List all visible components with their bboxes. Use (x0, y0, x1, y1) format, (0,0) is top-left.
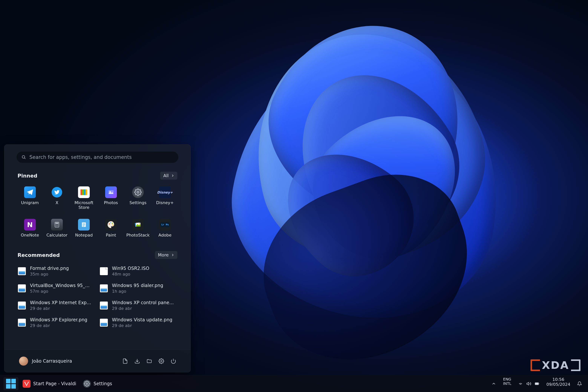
pinned-app-x[interactable]: X (43, 184, 70, 212)
notepad-icon (78, 219, 90, 230)
more-recommended-button[interactable]: More (155, 251, 177, 259)
svg-point-11 (56, 226, 57, 226)
calculator-icon (51, 219, 63, 230)
recommended-item-time: 29 de abr (30, 323, 87, 328)
start-button[interactable] (4, 377, 18, 390)
microsoft-store-icon (78, 186, 90, 198)
svg-point-8 (56, 225, 57, 225)
start-menu: Search for apps, settings, and documents… (4, 144, 191, 372)
file-icon (18, 302, 26, 310)
disney-plus-icon: Disney+ (159, 186, 171, 198)
pinned-app-onenote[interactable]: NOneNote (16, 217, 43, 239)
documents-folder-button[interactable] (120, 356, 130, 366)
clock-date[interactable]: 10:56 09/05/2024 (543, 377, 573, 390)
pinned-app-calculator[interactable]: Calculator (43, 217, 70, 239)
onenote-icon: N (24, 219, 36, 230)
user-name: João Carrasqueira (32, 358, 72, 364)
file-icon (18, 267, 26, 275)
recommended-item-name: Format drive.png (30, 266, 69, 271)
recommended-item-name: Windows XP Explorer.png (30, 317, 87, 322)
svg-point-25 (160, 360, 162, 362)
system-tray[interactable] (516, 377, 542, 390)
file-explorer-button[interactable] (144, 356, 154, 366)
pinned-app-photos[interactable]: Photos (98, 184, 124, 212)
adobe-icon: LrPs (159, 219, 171, 230)
all-apps-button[interactable]: All (160, 172, 177, 180)
svg-rect-6 (56, 223, 58, 224)
recommended-item-time: 29 de abr (112, 306, 174, 311)
svg-point-0 (22, 156, 25, 158)
svg-point-27 (86, 383, 88, 384)
start-search[interactable]: Search for apps, settings, and documents (16, 151, 178, 163)
svg-point-19 (112, 223, 113, 224)
recommended-item-time: 29 de abr (112, 323, 172, 328)
power-button[interactable] (168, 356, 178, 366)
svg-point-17 (109, 224, 110, 225)
paint-icon (105, 219, 117, 230)
taskbar: Start Page - Vivaldi Settings ENG INTL 1… (0, 375, 588, 392)
file-icon (100, 302, 108, 310)
pinned-section: Pinned All Unigram X Microsoft Store Pho… (16, 172, 178, 247)
recommended-item-name: Windows XP Internet Explorer.png (30, 300, 92, 305)
volume-icon (526, 381, 531, 386)
recommended-item-time: 1h ago (112, 289, 163, 294)
pinned-app-photostack[interactable]: PhotoStack (124, 217, 151, 239)
settings-button[interactable] (156, 356, 166, 366)
pinned-app-paint[interactable]: Paint (98, 217, 124, 239)
downloads-folder-button[interactable] (132, 356, 142, 366)
battery-icon (535, 381, 540, 386)
recommended-item[interactable]: Win95 OSR2.ISO48m ago (98, 264, 178, 278)
svg-rect-32 (536, 383, 538, 384)
recommended-item[interactable]: VirtualBox_Windows 95_09_05_202...57m ag… (16, 281, 96, 296)
chevron-right-icon (171, 174, 174, 177)
windows-logo-icon (6, 379, 16, 388)
recommended-section: Recommended More Format drive.png35m ago… (16, 251, 178, 330)
taskbar-app-vivaldi[interactable]: Start Page - Vivaldi (20, 377, 79, 390)
pinned-app-microsoft-store[interactable]: Microsoft Store (70, 184, 98, 212)
pinned-app-notepad[interactable]: Notepad (70, 217, 98, 239)
pinned-app-disney-plus[interactable]: Disney+Disney+ (152, 184, 178, 212)
notifications-button[interactable] (574, 377, 584, 390)
user-account-button[interactable]: João Carrasqueira (16, 355, 75, 368)
recommended-item-time: 29 de abr (30, 306, 92, 311)
svg-point-4 (137, 191, 139, 193)
pinned-app-unigram[interactable]: Unigram (16, 184, 43, 212)
search-icon (22, 155, 26, 160)
recommended-item[interactable]: WIndows Vista update.png29 de abr (98, 315, 178, 330)
recommended-item[interactable]: Windows XP control panel.png29 de abr (98, 298, 178, 313)
recommended-item[interactable]: Windows XP Explorer.png29 de abr (16, 315, 96, 330)
recommended-item[interactable]: Format drive.png35m ago (16, 264, 96, 278)
svg-point-7 (56, 225, 56, 225)
chevron-right-icon (171, 253, 174, 257)
pinned-app-settings[interactable]: Settings (124, 184, 151, 212)
svg-line-1 (24, 158, 26, 159)
tray-overflow-button[interactable] (489, 377, 499, 390)
settings-icon (132, 186, 144, 198)
file-icon (100, 319, 108, 326)
recommended-title: Recommended (18, 252, 60, 258)
svg-point-23 (139, 223, 140, 224)
search-placeholder: Search for apps, settings, and documents (30, 154, 132, 160)
pinned-app-adobe[interactable]: LrPsAdobe (152, 217, 178, 239)
svg-point-20 (112, 224, 114, 226)
vivaldi-icon (22, 380, 30, 388)
svg-point-10 (56, 226, 56, 226)
svg-point-12 (58, 226, 58, 226)
x-icon (51, 186, 63, 198)
pinned-title: Pinned (18, 173, 37, 179)
svg-point-9 (58, 225, 58, 225)
recommended-item[interactable]: Windows 95 dialer.png1h ago (98, 281, 178, 296)
recommended-item-name: VirtualBox_Windows 95_09_05_202... (30, 283, 92, 288)
file-icon (100, 267, 108, 275)
language-indicator[interactable]: ENG INTL (500, 377, 514, 390)
settings-icon (83, 380, 91, 388)
file-icon (18, 284, 26, 292)
user-avatar (19, 356, 28, 366)
recommended-item-name: WIndows Vista update.png (112, 317, 172, 322)
file-icon (100, 284, 108, 292)
taskbar-app-settings[interactable]: Settings (80, 377, 114, 390)
recommended-item[interactable]: Windows XP Internet Explorer.png29 de ab… (16, 298, 96, 313)
svg-point-18 (110, 222, 111, 223)
recommended-item-time: 57m ago (30, 289, 92, 294)
photostack-icon (132, 219, 144, 230)
